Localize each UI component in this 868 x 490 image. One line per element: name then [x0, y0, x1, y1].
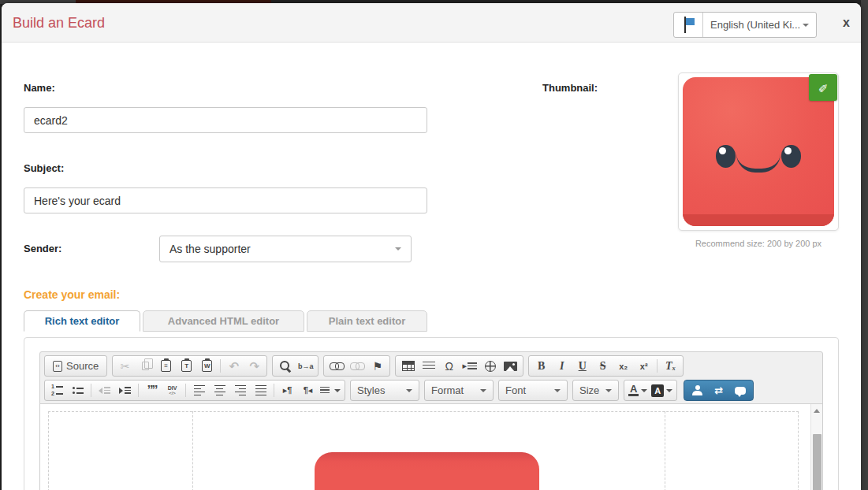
text-color-letter: A [630, 384, 637, 393]
tab-plain-text-editor[interactable]: Plain text editor [307, 310, 427, 332]
unlink-button[interactable] [347, 357, 367, 375]
bulleted-list-button[interactable] [68, 381, 88, 399]
sender-value: As the supporter [170, 243, 251, 255]
source-button[interactable]: ‹› Source [47, 357, 104, 375]
language-button[interactable] [319, 381, 342, 399]
iframe-button[interactable] [480, 357, 500, 375]
blockquote-button[interactable]: ”” [142, 381, 162, 399]
text-color-button[interactable]: A [627, 381, 649, 399]
name-input[interactable] [24, 107, 427, 133]
numbered-list-button[interactable]: 1 2 [47, 381, 67, 399]
replace-button[interactable]: b→a [296, 357, 315, 375]
horizontal-rule-button[interactable] [419, 357, 438, 375]
special-char-button[interactable]: Ω [439, 357, 459, 375]
align-center-button[interactable] [210, 381, 229, 399]
flag-icon [682, 17, 695, 33]
paste-button[interactable]: ≡ [156, 357, 176, 375]
chevron-down-icon [803, 24, 809, 27]
toolbar-group-source: ‹› Source [44, 355, 107, 377]
format-dropdown[interactable]: Format [424, 380, 494, 401]
toolbar-row-2: 1 2 [40, 379, 822, 403]
align-justify-button[interactable] [251, 381, 270, 399]
rich-text-editor: ‹› Source ✂ ≡ T W ↶ ↷ [39, 351, 823, 490]
italic-button[interactable]: I [552, 357, 572, 375]
search-icon [280, 361, 291, 372]
align-right-button[interactable] [230, 381, 250, 399]
paste-word-icon: W [202, 360, 212, 372]
subscript-button[interactable]: x₂ [613, 357, 633, 375]
redo-button[interactable]: ↷ [244, 357, 264, 375]
align-left-button[interactable] [189, 381, 209, 399]
tab-advanced-html-editor[interactable]: Advanced HTML editor [143, 310, 304, 332]
copy-icon [142, 362, 149, 370]
styles-dropdown[interactable]: Styles [350, 380, 419, 401]
editor-content-area[interactable] [40, 403, 822, 490]
edit-thumbnail-button[interactable]: ✎ [809, 74, 837, 101]
ecard-eye [781, 145, 801, 168]
undo-button[interactable]: ↶ [224, 357, 244, 375]
font-dropdown[interactable]: Font [498, 380, 568, 401]
build-ecard-dialog: Build an Ecard English (United Ki... x N… [2, 3, 861, 490]
bold-button[interactable]: B [531, 357, 551, 375]
scrollbar-thumb[interactable] [813, 434, 821, 490]
toolbar-separator [185, 384, 186, 397]
paste-from-word-button[interactable]: W [197, 357, 217, 375]
bidi-ltr-icon: ▸¶ [283, 385, 292, 395]
paste-text-icon: T [181, 360, 192, 372]
close-button[interactable]: x [843, 16, 850, 30]
paste-plain-text-button[interactable]: T [177, 357, 196, 375]
div-tag-glyph: </> [169, 391, 176, 396]
link-icon [330, 362, 344, 369]
scroll-up-button[interactable] [811, 404, 822, 417]
insert-contact-button[interactable] [691, 384, 704, 397]
strikethrough-button[interactable]: S [593, 357, 613, 375]
align-left-icon [194, 385, 205, 396]
anchor-flag-icon: ⚑ [372, 360, 382, 373]
create-email-label: Create your email: [24, 288, 839, 301]
outdent-icon [99, 387, 110, 394]
language-selector[interactable]: English (United Ki... [673, 12, 817, 38]
toolbar-separator [657, 359, 658, 373]
italic-icon: I [560, 360, 564, 373]
ol-marker: 1 [51, 384, 54, 389]
remove-format-button[interactable]: Tₓ [661, 357, 680, 375]
underline-button[interactable]: U [572, 357, 592, 375]
speech-bubble-icon [735, 387, 746, 395]
paste-word-glyph: W [204, 362, 210, 369]
div-container-button[interactable]: DIV </> [162, 381, 182, 399]
size-dropdown[interactable]: Size [572, 380, 619, 401]
sender-select[interactable]: As the supporter [159, 236, 412, 262]
paste-text-glyph: T [184, 362, 188, 369]
editor-scrollbar[interactable] [810, 404, 822, 490]
ecard-eye [716, 145, 736, 168]
link-button[interactable] [326, 357, 346, 375]
dialog-header: Build an Ecard English (United Ki... x [2, 3, 861, 43]
bidi-ltr-button[interactable]: ▸¶ [278, 381, 297, 399]
superscript-button[interactable]: x² [634, 357, 654, 375]
comment-button[interactable] [733, 384, 747, 397]
chevron-down-icon [605, 389, 612, 392]
anchor-button[interactable]: ⚑ [367, 357, 387, 375]
cut-button[interactable]: ✂ [115, 357, 135, 375]
table-cell-divider [665, 411, 665, 490]
increase-indent-button[interactable] [115, 381, 135, 399]
decrease-indent-button[interactable] [95, 381, 114, 399]
dialog-body: Name: Subject: Sender: As the supporter … [2, 43, 861, 490]
insert-image-button[interactable] [501, 357, 520, 375]
toolbar-separator [138, 384, 139, 397]
copy-button[interactable] [136, 357, 155, 375]
insert-table-button[interactable] [398, 357, 418, 375]
toolbar-separator [274, 384, 274, 397]
subject-input[interactable] [24, 187, 427, 213]
merge-tags-button[interactable]: ⇄ [712, 384, 725, 397]
source-icon: ‹› [53, 361, 62, 372]
background-color-button[interactable]: A [650, 381, 674, 399]
bidi-rtl-button[interactable]: ¶◂ [298, 381, 318, 399]
thumbnail-card: ✎ [678, 72, 839, 231]
tab-rich-text-editor[interactable]: Rich text editor [24, 310, 140, 332]
page-break-button[interactable]: ▸ [460, 357, 479, 375]
unlink-icon [350, 362, 364, 369]
redo-icon: ↷ [249, 359, 259, 373]
omega-icon: Ω [445, 360, 453, 373]
find-button[interactable] [275, 357, 295, 375]
